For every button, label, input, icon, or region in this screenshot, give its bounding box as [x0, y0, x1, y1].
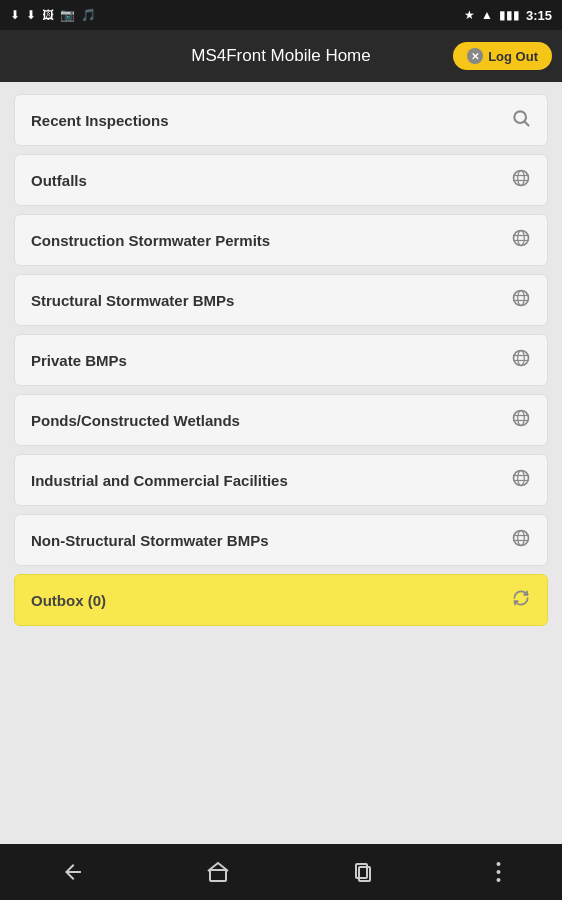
- menu-item-non-structural-stormwater-bmps[interactable]: Non-Structural Stormwater BMPs: [14, 514, 548, 566]
- app-bar-title: MS4Front Mobile Home: [191, 46, 371, 66]
- menu-item-label-private-bmps: Private BMPs: [31, 352, 127, 369]
- menu-item-label-recent-inspections: Recent Inspections: [31, 112, 169, 129]
- svg-point-3: [518, 170, 525, 185]
- svg-point-2: [514, 170, 529, 185]
- menu-item-icon-industrial-commercial-facilities: [511, 468, 531, 493]
- menu-item-icon-outbox: [511, 588, 531, 613]
- menu-item-icon-ponds-constructed-wetlands: [511, 408, 531, 433]
- menu-item-icon-construction-stormwater-permits: [511, 228, 531, 253]
- menu-item-icon-structural-stormwater-bmps: [511, 288, 531, 313]
- svg-point-34: [497, 870, 501, 874]
- svg-point-23: [518, 470, 525, 485]
- menu-item-label-non-structural-stormwater-bmps: Non-Structural Stormwater BMPs: [31, 532, 269, 549]
- status-time: 3:15: [526, 8, 552, 23]
- menu-item-icon-private-bmps: [511, 348, 531, 373]
- svg-point-14: [514, 350, 529, 365]
- menu-item-label-outfalls: Outfalls: [31, 172, 87, 189]
- svg-point-18: [514, 410, 529, 425]
- menu-item-label-ponds-constructed-wetlands: Ponds/Constructed Wetlands: [31, 412, 240, 429]
- bluetooth-icon: ★: [464, 8, 475, 22]
- svg-point-6: [514, 230, 529, 245]
- svg-point-10: [514, 290, 529, 305]
- wifi-icon: ▲: [481, 8, 493, 22]
- menu-item-icon-non-structural-stormwater-bmps: [511, 528, 531, 553]
- menu-item-recent-inspections[interactable]: Recent Inspections: [14, 94, 548, 146]
- menu-item-outbox[interactable]: Outbox (0): [14, 574, 548, 626]
- menu-item-structural-stormwater-bmps[interactable]: Structural Stormwater BMPs: [14, 274, 548, 326]
- camera-icon: 📷: [60, 8, 75, 22]
- menu-item-industrial-commercial-facilities[interactable]: Industrial and Commercial Facilities: [14, 454, 548, 506]
- status-bar-right-icons: ★ ▲ ▮▮▮ 3:15: [464, 8, 552, 23]
- back-button[interactable]: [45, 852, 101, 892]
- home-button[interactable]: [190, 852, 246, 892]
- menu-button[interactable]: [480, 853, 517, 891]
- menu-item-private-bmps[interactable]: Private BMPs: [14, 334, 548, 386]
- logout-button[interactable]: ✕ Log Out: [453, 42, 552, 70]
- svg-point-26: [514, 530, 529, 545]
- svg-point-27: [518, 530, 525, 545]
- download-icon: ⬇: [10, 8, 20, 22]
- svg-point-33: [497, 862, 501, 866]
- media-icon: 🎵: [81, 8, 96, 22]
- bottom-nav: [0, 844, 562, 900]
- svg-point-15: [518, 350, 525, 365]
- menu-item-ponds-constructed-wetlands[interactable]: Ponds/Constructed Wetlands: [14, 394, 548, 446]
- svg-point-22: [514, 470, 529, 485]
- logout-label: Log Out: [488, 49, 538, 64]
- menu-item-label-outbox: Outbox (0): [31, 592, 106, 609]
- menu-item-outfalls[interactable]: Outfalls: [14, 154, 548, 206]
- recents-button[interactable]: [335, 852, 391, 892]
- svg-point-19: [518, 410, 525, 425]
- menu-item-label-structural-stormwater-bmps: Structural Stormwater BMPs: [31, 292, 234, 309]
- image-icon: 🖼: [42, 8, 54, 22]
- svg-point-7: [518, 230, 525, 245]
- menu-item-label-industrial-commercial-facilities: Industrial and Commercial Facilities: [31, 472, 288, 489]
- status-bar-left-icons: ⬇ ⬇ 🖼 📷 🎵: [10, 8, 96, 22]
- app-bar: MS4Front Mobile Home ✕ Log Out: [0, 30, 562, 82]
- svg-line-1: [525, 121, 529, 125]
- svg-rect-30: [210, 870, 226, 881]
- svg-point-35: [497, 878, 501, 882]
- menu-item-construction-stormwater-permits[interactable]: Construction Stormwater Permits: [14, 214, 548, 266]
- menu-item-icon-recent-inspections: [511, 108, 531, 133]
- status-bar: ⬇ ⬇ 🖼 📷 🎵 ★ ▲ ▮▮▮ 3:15: [0, 0, 562, 30]
- menu-item-icon-outfalls: [511, 168, 531, 193]
- main-content: Recent InspectionsOutfallsConstruction S…: [0, 82, 562, 844]
- menu-item-label-construction-stormwater-permits: Construction Stormwater Permits: [31, 232, 270, 249]
- logout-x-icon: ✕: [467, 48, 483, 64]
- download2-icon: ⬇: [26, 8, 36, 22]
- battery-icon: ▮▮▮: [499, 8, 520, 22]
- svg-point-11: [518, 290, 525, 305]
